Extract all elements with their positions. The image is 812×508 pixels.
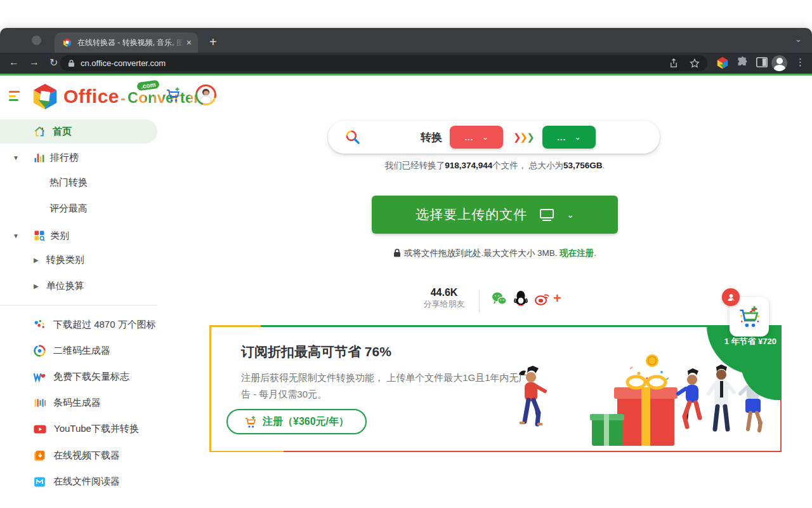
drop-hint-text: 或将文件拖放到此处.最大文件大小 3MB.	[404, 248, 558, 258]
tab-strip: 在线转换器 - 转换视频, 音乐, 图 × + ⌄	[0, 28, 812, 53]
browser-window: 在线转换器 - 转换视频, 音乐, 图 × + ⌄ ← → ↻ cn.offic…	[0, 28, 812, 508]
promo-border-top	[209, 325, 782, 327]
sidebar-item-category[interactable]: ▼ 类别	[13, 228, 69, 243]
promo-title: 订阅折扣最高可节省 76%	[241, 343, 391, 361]
hint-period: .	[594, 248, 596, 258]
url-text[interactable]: cn.office-converter.com	[81, 58, 658, 68]
sidebar-item-qr-generator[interactable]: 二维码生成器	[33, 344, 110, 358]
lock-icon	[393, 248, 401, 257]
chrome-menu-icon[interactable]: ⋮	[796, 57, 805, 68]
category-icon	[33, 229, 46, 242]
tab-overflow-chevron-icon[interactable]: ⌄	[795, 34, 802, 44]
share-divider	[479, 290, 480, 312]
sidebar-item-vector-logos[interactable]: 免费下载矢量标志	[33, 370, 129, 384]
vector-logos-label: 免费下载矢量标志	[53, 371, 129, 383]
promo-border-left	[209, 325, 211, 452]
browser-tab[interactable]: 在线转换器 - 转换视频, 音乐, 图 ×	[55, 32, 198, 53]
sidebar-home-row[interactable]: 首页	[33, 124, 72, 139]
promo-border-bottom	[209, 451, 782, 453]
cart-icon	[244, 415, 257, 429]
sidebar-item-video-downloader[interactable]: 在线视频下载器	[33, 449, 120, 462]
convert-to-select[interactable]: ... ⌄	[542, 126, 596, 149]
upload-button-label: 选择要上传的文件	[416, 206, 527, 224]
computer-icon	[539, 207, 555, 222]
ranking-chart-icon	[33, 151, 46, 164]
caret-right-icon[interactable]: ▶	[34, 283, 39, 290]
sidebar-item-home[interactable]	[0, 119, 157, 144]
sidebar-item-conversion-types[interactable]: ▶ 转换类别	[34, 254, 84, 266]
caret-right-icon[interactable]: ▶	[34, 257, 39, 264]
video-downloader-icon	[33, 449, 46, 462]
bookmark-star-icon[interactable]	[690, 58, 700, 69]
vector-logos-icon	[33, 370, 46, 384]
promo-body: 注册后获得无限制文件转换功能， 上传单个文件最大1G且1年内无广告 - 每月仅需…	[241, 370, 533, 403]
hot-conversions-label: 热门转换	[49, 177, 88, 189]
chevron-down-icon: ⌄	[482, 133, 488, 142]
sidebar-item-icons-download[interactable]: 下载超过 4870 万个图标	[33, 318, 156, 331]
person-icon	[726, 293, 736, 302]
conversion-search-bar[interactable]: 转换 ... ⌄ ❯❯❯ ... ⌄	[328, 121, 660, 154]
header-cart-icon[interactable]	[166, 87, 181, 104]
top-rated-label: 评分最高	[49, 203, 88, 215]
sidebar-divider	[0, 305, 157, 305]
convert-arrows-icon: ❯❯❯	[513, 131, 534, 143]
savings-ribbon-text: 1 年节省 ¥720	[724, 336, 776, 347]
extensions-puzzle-icon[interactable]	[736, 56, 749, 69]
page-content: Office - Converter .com	[0, 76, 812, 508]
tab-close-icon[interactable]: ×	[187, 37, 192, 48]
drop-hint: 或将文件拖放到此处.最大文件大小 3MB. 现在注册.	[292, 248, 698, 259]
menu-hamburger-icon[interactable]	[9, 91, 20, 102]
share-stats: 44.6K 分享给朋友	[409, 287, 479, 310]
caret-down-icon[interactable]: ▼	[13, 154, 19, 161]
upload-file-button[interactable]: 选择要上传的文件 ⌄	[372, 196, 618, 234]
youtube-download-label: YouTube下载并转换	[54, 423, 139, 435]
new-tab-button[interactable]: +	[209, 33, 217, 51]
convert-from-select[interactable]: ... ⌄	[450, 126, 503, 149]
subscribe-button[interactable]: 注册（¥360元/年）	[226, 409, 367, 434]
qq-share-icon[interactable]	[514, 290, 528, 306]
side-panel-icon[interactable]	[756, 56, 768, 69]
sidebar-item-file-reader[interactable]: 在线文件阅读器	[33, 475, 120, 488]
unit-conversion-label: 单位换算	[46, 280, 84, 292]
sidebar-item-barcode-generator[interactable]: 条码生成器	[33, 396, 101, 410]
share-count: 44.6K	[409, 287, 479, 298]
home-icon	[33, 125, 46, 138]
sidebar-item-unit-conversion[interactable]: ▶ 单位换算	[34, 280, 84, 292]
sidebar-home-label: 首页	[53, 126, 72, 138]
cart-colorful-icon	[737, 305, 761, 329]
sidebar-item-youtube-download[interactable]: YouTube下载并转换	[33, 422, 139, 436]
more-share-icon[interactable]: +	[553, 290, 561, 307]
sidebar-item-hot-conversions[interactable]: 热门转换	[49, 177, 88, 189]
site-favicon	[62, 37, 72, 48]
search-icon	[344, 129, 361, 145]
forward-button[interactable]: →	[29, 57, 39, 68]
sidebar-item-top-rated[interactable]: 评分最高	[49, 203, 88, 215]
icons-download-label: 下载超过 4870 万个图标	[53, 319, 156, 331]
logo-text-converter: Converter	[128, 89, 199, 107]
youtube-icon	[33, 422, 47, 436]
reload-button[interactable]: ↻	[49, 57, 58, 69]
sidebar-item-rank[interactable]: ▼ 排行榜	[13, 150, 79, 165]
back-button[interactable]: ←	[9, 57, 19, 68]
share-icon[interactable]	[669, 58, 678, 68]
conversion-stats: 我们已经转换了918,374,944个文件， 总大小为53,756GB.	[292, 160, 698, 171]
weibo-share-icon[interactable]	[535, 291, 550, 305]
logo-text-office: Office	[63, 86, 119, 107]
window-close-button[interactable]	[32, 36, 41, 45]
office-converter-extension-icon[interactable]	[716, 56, 730, 70]
qr-generator-label: 二维码生成器	[53, 345, 110, 357]
caret-down-icon[interactable]: ▼	[13, 232, 19, 239]
icons-dots-icon	[33, 318, 46, 331]
register-now-link[interactable]: 现在注册	[560, 248, 594, 258]
barcode-generator-label: 条码生成器	[53, 397, 101, 409]
file-reader-label: 在线文件阅读器	[53, 476, 120, 488]
assistant-avatar-badge[interactable]	[722, 288, 740, 306]
sidebar-category-label: 类别	[50, 230, 69, 242]
chrome-profile-avatar[interactable]	[771, 55, 787, 71]
wechat-share-icon[interactable]	[492, 291, 507, 305]
share-label: 分享给朋友	[409, 298, 479, 310]
user-avatar[interactable]	[195, 84, 216, 105]
stats-prefix: 我们已经转换了	[385, 161, 445, 170]
address-bar[interactable]: cn.office-converter.com	[60, 55, 707, 71]
logo-text-dash: -	[121, 90, 126, 107]
